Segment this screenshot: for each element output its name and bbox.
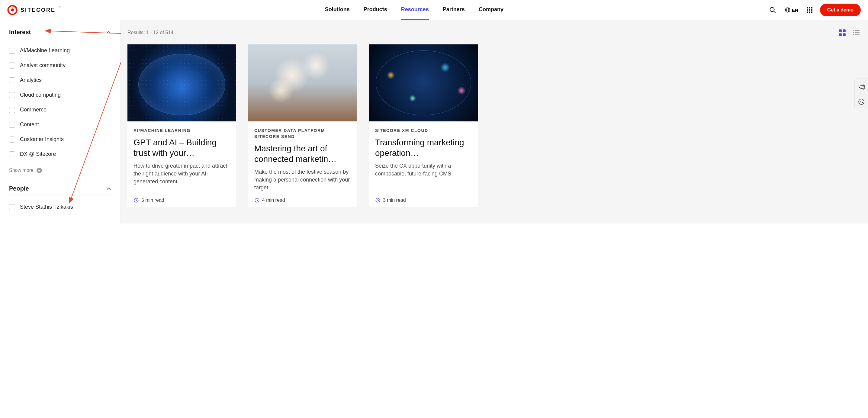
svg-line-3 — [774, 11, 776, 13]
svg-rect-14 — [809, 11, 810, 13]
svg-rect-10 — [807, 9, 808, 10]
read-time: 3 min read — [383, 198, 406, 203]
svg-rect-9 — [811, 7, 812, 8]
svg-rect-28 — [855, 34, 860, 35]
checkbox-icon[interactable] — [9, 107, 15, 113]
filter-option[interactable]: Analytics — [9, 73, 112, 88]
checkbox-icon[interactable] — [9, 204, 15, 210]
svg-point-33 — [860, 100, 861, 101]
chat-icon — [858, 83, 865, 90]
nav-products[interactable]: Products — [364, 0, 387, 20]
filter-group-people: People Steve Stathis Tzikakis — [9, 185, 112, 210]
card-title: GPT and AI – Building trust with your… — [133, 137, 230, 158]
chat-button[interactable] — [855, 79, 868, 94]
resource-card[interactable]: AI/MACHINE LEARNING GPT and AI – Buildin… — [127, 44, 236, 207]
card-desc: Seize the CX opportunity with a composab… — [375, 162, 472, 178]
search-icon — [769, 6, 776, 13]
svg-rect-23 — [853, 30, 854, 31]
checkbox-icon[interactable] — [9, 122, 15, 128]
filter-header-people[interactable]: People — [9, 185, 112, 196]
filter-list: AI/Machine Learning Analyst community An… — [9, 39, 112, 168]
card-body: AI/MACHINE LEARNING GPT and AI – Buildin… — [127, 121, 236, 195]
filter-option[interactable]: Commerce — [9, 102, 112, 117]
svg-rect-13 — [807, 11, 808, 13]
filter-option[interactable]: AI/Machine Learning — [9, 43, 112, 58]
svg-rect-22 — [843, 33, 846, 36]
card-title: Transforming marketing operation… — [375, 137, 472, 158]
primary-nav: Solutions Products Resources Partners Co… — [61, 0, 768, 20]
tag-row: CUSTOMER DATA PLATFORM SITECORE SEND — [254, 128, 351, 139]
filter-title: People — [9, 185, 29, 192]
logo[interactable]: SITECORE ® — [7, 5, 61, 15]
plus-icon: + — [36, 168, 42, 173]
checkbox-icon[interactable] — [9, 62, 15, 68]
apps-grid-button[interactable] — [805, 6, 814, 14]
card-desc: Make the most of the festive season by m… — [254, 168, 351, 191]
card-footer: 5 min read — [127, 195, 236, 207]
filter-option[interactable]: DX @ Sitecore — [9, 147, 112, 161]
svg-rect-19 — [839, 29, 842, 32]
svg-point-35 — [861, 102, 861, 103]
grid-view-button[interactable] — [837, 28, 847, 38]
cta-demo[interactable]: Get a demo — [820, 4, 861, 16]
grid-icon — [807, 7, 813, 13]
show-more-button[interactable]: Show more + — [9, 168, 112, 175]
results-count: Results: 1 - 12 of 514 — [127, 30, 173, 35]
site-header: SITECORE ® Solutions Products Resources … — [0, 0, 868, 20]
checkbox-icon[interactable] — [9, 137, 15, 143]
language-selector[interactable]: EN — [783, 6, 800, 14]
language-code: EN — [792, 7, 798, 13]
checkbox-icon[interactable] — [9, 92, 15, 98]
svg-point-34 — [862, 100, 862, 101]
logo-mark-icon — [7, 5, 18, 15]
tag: AI/MACHINE LEARNING — [133, 128, 191, 133]
nav-resources[interactable]: Resources — [401, 0, 429, 20]
checkbox-icon[interactable] — [9, 151, 15, 157]
card-body: CUSTOMER DATA PLATFORM SITECORE SEND Mas… — [248, 121, 357, 195]
cookie-settings-button[interactable] — [855, 94, 868, 109]
nav-company[interactable]: Company — [479, 0, 503, 20]
main-content: Results: 1 - 12 of 514 — [121, 20, 868, 223]
card-image — [248, 44, 357, 121]
tag: CUSTOMER DATA PLATFORM — [254, 128, 325, 133]
filter-option[interactable]: Customer Insights — [9, 132, 112, 147]
filter-option[interactable]: Analyst community — [9, 58, 112, 73]
list-view-button[interactable] — [851, 28, 861, 38]
svg-rect-12 — [811, 9, 812, 10]
search-button[interactable] — [768, 5, 777, 15]
filter-sidebar: Interest AI/Machine Learning Analyst com… — [0, 20, 121, 223]
checkbox-icon[interactable] — [9, 77, 15, 83]
svg-rect-27 — [853, 34, 854, 35]
tag-row: SITECORE XM CLOUD — [375, 128, 472, 133]
resource-card[interactable]: CUSTOMER DATA PLATFORM SITECORE SEND Mas… — [248, 44, 357, 207]
filter-option[interactable]: Cloud computing — [9, 88, 112, 102]
card-desc: How to drive greater impact and attract … — [133, 162, 230, 185]
card-body: SITECORE XM CLOUD Transforming marketing… — [369, 121, 478, 195]
clock-icon — [133, 198, 139, 203]
nav-partners[interactable]: Partners — [443, 0, 465, 20]
svg-rect-21 — [839, 33, 842, 36]
filter-option[interactable]: Steve Stathis Tzikakis — [9, 200, 112, 210]
checkbox-icon[interactable] — [9, 48, 15, 54]
read-time: 5 min read — [141, 198, 164, 203]
filter-option[interactable]: Content — [9, 117, 112, 132]
svg-rect-8 — [809, 7, 810, 8]
nav-solutions[interactable]: Solutions — [325, 0, 350, 20]
card-image — [369, 44, 478, 121]
header-right: EN Get a demo — [768, 4, 861, 16]
filter-title: Interest — [9, 29, 31, 36]
cookie-icon — [858, 98, 865, 106]
filter-header-interest[interactable]: Interest — [9, 29, 112, 39]
chevron-up-icon — [106, 30, 112, 35]
logo-text: SITECORE — [21, 7, 56, 13]
svg-rect-25 — [853, 32, 854, 33]
resource-card[interactable]: SITECORE XM CLOUD Transforming marketing… — [369, 44, 478, 207]
grid-view-icon — [838, 29, 846, 36]
svg-rect-15 — [811, 11, 812, 13]
tag: SITECORE XM CLOUD — [375, 128, 428, 133]
tag-row: AI/MACHINE LEARNING — [133, 128, 230, 133]
svg-point-32 — [859, 99, 864, 104]
clock-icon — [254, 198, 260, 203]
svg-rect-20 — [843, 29, 846, 32]
card-grid: AI/MACHINE LEARNING GPT and AI – Buildin… — [127, 44, 861, 207]
